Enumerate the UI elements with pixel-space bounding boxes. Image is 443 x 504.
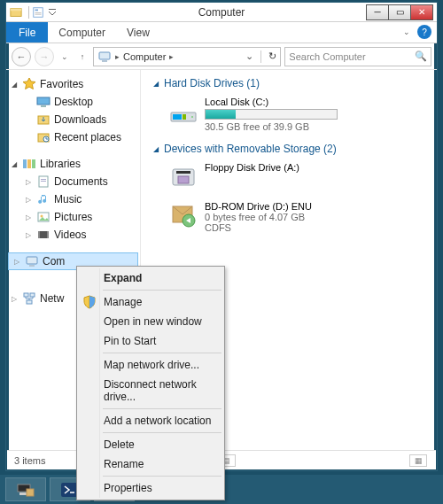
help-icon[interactable]: ?: [417, 25, 431, 39]
drive-name: Local Disk (C:): [205, 97, 338, 107]
menu-manage[interactable]: Manage: [79, 292, 222, 312]
drive-name: Floppy Disk Drive (A:): [205, 162, 299, 173]
svg-rect-27: [24, 293, 28, 297]
category-removable[interactable]: ◢Devices with Removable Storage (2): [148, 141, 430, 160]
svg-rect-26: [29, 265, 35, 267]
ribbon-tabs: File Computer View ⌄ ?: [6, 22, 437, 43]
drive-name: BD-ROM Drive (D:) ENU: [205, 201, 312, 212]
close-button[interactable]: ✕: [410, 4, 433, 20]
svg-rect-24: [47, 231, 49, 238]
drive-fs: CDFS: [205, 222, 312, 233]
favorites-label: Favorites: [40, 78, 83, 90]
svg-rect-7: [99, 52, 110, 59]
address-bar[interactable]: ▸ Computer ▸ ⌄ ↻: [93, 47, 281, 66]
menu-delete[interactable]: Delete: [79, 435, 222, 454]
menu-expand[interactable]: Expand: [79, 268, 222, 288]
chevron-right-icon[interactable]: ▸: [115, 52, 120, 61]
libraries-header[interactable]: Libraries: [8, 155, 138, 173]
downloads-icon: [36, 112, 51, 127]
svg-rect-28: [30, 293, 35, 297]
drive-bdrom-d[interactable]: BD-ROM Drive (D:) ENU 0 bytes free of 4.…: [148, 199, 430, 242]
computer-icon: [97, 50, 112, 64]
view-large-button[interactable]: ▦: [409, 454, 427, 467]
floppy-icon: [169, 162, 198, 190]
svg-rect-29: [27, 300, 32, 304]
nav-documents[interactable]: ▷Documents: [8, 173, 138, 190]
svg-point-33: [191, 116, 193, 118]
drive-local-c[interactable]: Local Disk (C:) 30.5 GB free of 39.9 GB: [148, 95, 430, 141]
svg-rect-25: [27, 257, 37, 264]
breadcrumb-computer[interactable]: Computer: [123, 51, 166, 62]
svg-rect-14: [23, 159, 27, 168]
svg-rect-15: [27, 159, 31, 168]
documents-icon: [36, 174, 51, 189]
star-icon: [22, 77, 36, 91]
chevron-right-icon[interactable]: ▸: [169, 52, 174, 61]
network-icon: [22, 291, 36, 306]
menu-disconnect-network-drive[interactable]: Disconnect network drive...: [79, 375, 222, 407]
menu-pin-to-start[interactable]: Pin to Start: [79, 331, 222, 351]
svg-rect-31: [173, 114, 182, 120]
disc-icon: [169, 201, 198, 229]
ribbon-expand-icon[interactable]: ⌄: [403, 27, 410, 43]
libraries-label: Libraries: [40, 158, 81, 170]
menu-rename[interactable]: Rename: [79, 454, 222, 474]
nav-music[interactable]: ▷Music: [8, 190, 138, 208]
pictures-icon: [36, 210, 51, 224]
forward-button[interactable]: →: [35, 47, 54, 66]
recent-icon: [36, 130, 51, 144]
tab-computer[interactable]: Computer: [48, 22, 116, 43]
svg-rect-8: [102, 60, 107, 62]
svg-rect-32: [183, 114, 186, 120]
computer-icon: [25, 254, 39, 268]
context-menu: Expand Manage Open in new window Pin to …: [76, 266, 225, 500]
taskbar-server-manager[interactable]: [5, 477, 46, 501]
libraries-icon: [22, 157, 36, 171]
menu-properties[interactable]: Properties: [79, 478, 222, 498]
nav-desktop[interactable]: Desktop: [8, 93, 138, 111]
svg-rect-18: [41, 179, 46, 180]
minimize-button[interactable]: ─: [366, 4, 389, 20]
svg-rect-16: [32, 159, 35, 168]
tab-view[interactable]: View: [116, 22, 160, 43]
menu-add-network-location[interactable]: Add a network location: [79, 411, 222, 430]
videos-icon: [36, 228, 51, 242]
svg-rect-35: [176, 171, 190, 174]
drive-floppy-a[interactable]: Floppy Disk Drive (A:): [148, 160, 430, 199]
desktop-icon: [36, 95, 51, 109]
file-tab[interactable]: File: [6, 22, 48, 43]
menu-open-new-window[interactable]: Open in new window: [79, 312, 222, 331]
nav-downloads[interactable]: Downloads: [8, 111, 138, 128]
computer-label: Com: [43, 255, 65, 268]
recent-locations-button[interactable]: ⌄: [58, 47, 72, 66]
drive-free: 0 bytes free of 4.07 GB: [205, 212, 312, 222]
status-text: 3 items: [14, 455, 45, 466]
category-hdd[interactable]: ◢Hard Disk Drives (1): [148, 75, 430, 95]
favorites-header[interactable]: Favorites: [8, 75, 138, 93]
refresh-icon[interactable]: ↻: [268, 50, 276, 62]
svg-rect-41: [27, 489, 34, 496]
back-button[interactable]: ←: [12, 47, 31, 66]
search-input[interactable]: Search Computer 🔍: [284, 47, 431, 66]
svg-rect-10: [41, 105, 46, 107]
nav-recent-places[interactable]: Recent places: [8, 128, 138, 146]
nav-videos[interactable]: ▷Videos: [8, 226, 138, 244]
search-placeholder: Search Computer: [289, 51, 365, 62]
shield-icon: [82, 295, 97, 309]
svg-rect-36: [178, 176, 189, 183]
hdd-icon: [169, 97, 198, 125]
search-icon: 🔍: [415, 50, 427, 62]
network-label: Netw: [40, 292, 64, 305]
address-row: ← → ⌄ ↑ ▸ Computer ▸ ⌄ ↻ Search Computer…: [6, 43, 437, 70]
menu-map-network-drive[interactable]: Map network drive...: [79, 355, 222, 375]
svg-rect-23: [38, 231, 40, 238]
nav-pictures[interactable]: ▷Pictures: [8, 208, 138, 226]
drive-free: 30.5 GB free of 39.9 GB: [205, 121, 338, 132]
capacity-bar: [205, 109, 338, 120]
address-dropdown-icon[interactable]: ⌄: [245, 50, 253, 62]
maximize-button[interactable]: ▭: [388, 4, 411, 20]
up-button[interactable]: ↑: [75, 47, 89, 66]
svg-rect-19: [41, 181, 46, 182]
title-bar[interactable]: Computer ─ ▭ ✕: [6, 3, 437, 22]
svg-rect-9: [37, 97, 50, 105]
